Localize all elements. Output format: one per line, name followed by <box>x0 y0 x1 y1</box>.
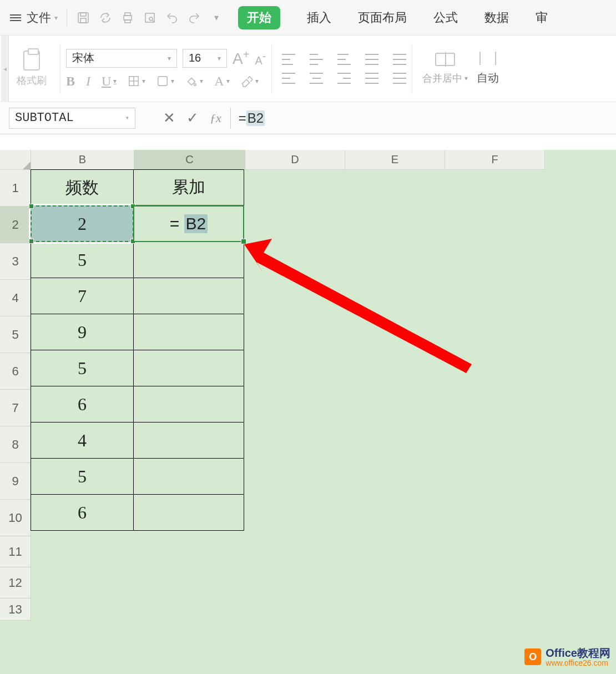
customize-qat-icon[interactable]: ▾ <box>209 11 224 25</box>
cell-C5[interactable] <box>133 314 244 350</box>
align-left-icon[interactable] <box>282 73 295 84</box>
spreadsheet-grid: B C D E F 1 2 3 4 5 6 7 8 9 10 11 12 13 … <box>0 150 616 674</box>
row-header-6[interactable]: 6 <box>0 353 31 390</box>
cancel-formula-icon[interactable]: ✕ <box>163 109 175 127</box>
cell-B3[interactable]: 5 <box>31 242 134 278</box>
cell-C7[interactable] <box>133 386 244 422</box>
justify-icon[interactable] <box>365 73 378 84</box>
fill-handle[interactable] <box>241 239 246 244</box>
name-box[interactable]: SUBTOTAL ▾ <box>9 108 135 129</box>
row-headers: 1 2 3 4 5 6 7 8 9 10 11 12 13 <box>0 170 31 621</box>
cell-B6[interactable]: 5 <box>31 350 134 386</box>
row-header-2[interactable]: 2 <box>0 207 31 243</box>
cell-B8[interactable]: 4 <box>31 422 134 459</box>
svg-rect-2 <box>80 18 86 23</box>
cell-C1[interactable]: 累加 <box>133 169 244 206</box>
row-header-5[interactable]: 5 <box>0 316 31 353</box>
bold-button[interactable]: B <box>66 74 75 89</box>
tab-data[interactable]: 数据 <box>484 9 509 26</box>
eraser-button[interactable]: ▾ <box>241 75 259 87</box>
row-header-10[interactable]: 10 <box>0 500 31 536</box>
distribute-icon[interactable] <box>393 73 406 84</box>
align-bottom-icon[interactable] <box>337 54 351 65</box>
cell-B5[interactable]: 9 <box>31 314 134 350</box>
cell-B9[interactable]: 5 <box>31 458 134 495</box>
chevron-down-icon: ▾ <box>125 114 129 122</box>
shrink-font-icon[interactable]: A- <box>255 50 266 67</box>
cell-C4[interactable] <box>133 278 244 314</box>
cell-C8[interactable] <box>133 422 244 459</box>
row-header-3[interactable]: 3 <box>0 243 31 280</box>
cell-C6[interactable] <box>133 350 244 386</box>
format-painter-label: 格式刷 <box>17 74 47 87</box>
redo-icon[interactable] <box>187 11 201 25</box>
cell-B2[interactable]: 2 <box>31 205 134 242</box>
fill-color-button[interactable]: ▾ <box>185 75 203 87</box>
merge-center-button[interactable]: 合并居中▾ <box>422 53 468 85</box>
indent-decrease-icon[interactable] <box>365 54 378 65</box>
select-all-corner[interactable] <box>0 150 31 170</box>
save-icon[interactable] <box>76 11 90 25</box>
undo-icon[interactable] <box>165 11 179 25</box>
menu-bar: 文件 ▾ ▾ 开始 插入 页面布局 公式 数据 审 <box>0 0 616 36</box>
watermark-title: Office教程网 <box>546 647 610 659</box>
tab-page-layout[interactable]: 页面布局 <box>358 9 407 26</box>
cell-B4[interactable]: 7 <box>31 278 134 314</box>
share-icon[interactable] <box>98 11 113 25</box>
cell-B7[interactable]: 6 <box>31 386 134 422</box>
print-icon[interactable] <box>120 11 135 25</box>
cell-C2[interactable]: = B2 <box>133 205 244 242</box>
column-header-E[interactable]: E <box>345 150 445 170</box>
ribbon-tabs: 开始 插入 页面布局 公式 数据 审 <box>238 6 548 29</box>
font-color-button[interactable]: A ▾ <box>214 74 229 89</box>
indent-increase-icon[interactable] <box>393 54 406 65</box>
cell-style-button[interactable]: ▾ <box>156 75 174 87</box>
fx-icon[interactable]: ƒx <box>210 111 221 125</box>
cell-C3[interactable] <box>133 242 244 278</box>
tab-formula[interactable]: 公式 <box>433 9 458 26</box>
row-header-1[interactable]: 1 <box>0 170 31 207</box>
cell-C10[interactable] <box>133 494 244 531</box>
collapse-strip[interactable]: ◂ <box>1 36 9 102</box>
column-header-B[interactable]: B <box>31 150 134 170</box>
row-header-9[interactable]: 9 <box>0 463 31 500</box>
preview-icon[interactable] <box>143 11 157 25</box>
row-header-8[interactable]: 8 <box>0 426 31 463</box>
format-painter-button[interactable]: 格式刷 <box>17 51 47 87</box>
separator <box>271 44 272 94</box>
align-right-icon[interactable] <box>337 73 351 84</box>
align-middle-icon[interactable] <box>310 54 323 65</box>
name-box-value: SUBTOTAL <box>15 111 74 125</box>
align-top-icon[interactable] <box>282 54 295 65</box>
row-header-7[interactable]: 7 <box>0 390 31 426</box>
cell-C2-ref: B2 <box>184 214 208 233</box>
tab-start[interactable]: 开始 <box>238 6 280 29</box>
hamburger-icon[interactable] <box>10 14 21 21</box>
formula-input[interactable]: =B2 <box>230 108 616 129</box>
accept-formula-icon[interactable]: ✓ <box>186 109 199 127</box>
auto-wrap-button[interactable]: 自动 <box>477 52 499 85</box>
watermark: O Office教程网 www.office26.com <box>524 647 610 667</box>
tab-insert[interactable]: 插入 <box>307 9 331 26</box>
row-header-4[interactable]: 4 <box>0 280 31 316</box>
border-button[interactable]: ▾ <box>128 75 145 87</box>
cell-C9[interactable] <box>133 458 244 495</box>
font-size-select[interactable]: 16 ▾ <box>183 49 227 68</box>
row-header-11[interactable]: 11 <box>0 536 31 567</box>
underline-button[interactable]: U ▾ <box>102 74 117 89</box>
cell-B1[interactable]: 频数 <box>31 169 134 206</box>
italic-button[interactable]: I <box>86 74 90 89</box>
cell-B10[interactable]: 6 <box>31 494 134 531</box>
svg-point-7 <box>149 17 153 21</box>
row-header-12[interactable]: 12 <box>0 567 31 598</box>
auto-wrap-icon <box>479 52 496 65</box>
align-center-icon[interactable] <box>310 73 323 84</box>
row-header-13[interactable]: 13 <box>0 598 31 621</box>
grow-font-icon[interactable]: A+ <box>233 48 249 68</box>
column-header-D[interactable]: D <box>245 150 345 170</box>
tab-extra[interactable]: 审 <box>536 9 548 26</box>
file-menu[interactable]: 文件 ▾ <box>27 9 58 26</box>
column-header-F[interactable]: F <box>445 150 545 170</box>
column-header-C[interactable]: C <box>134 150 245 170</box>
font-name-select[interactable]: 宋体 ▾ <box>66 49 177 68</box>
